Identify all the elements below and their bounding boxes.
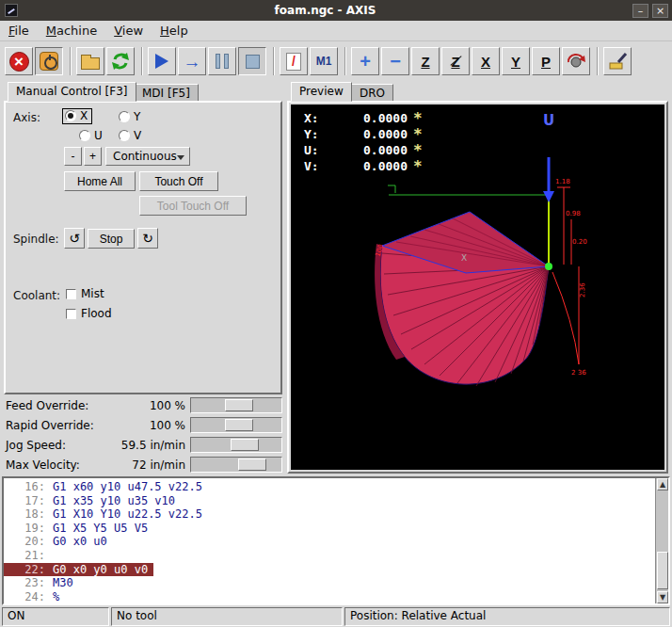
jog-minus-button[interactable]: -	[64, 147, 82, 166]
slider-handle[interactable]	[225, 399, 253, 411]
gcode-line[interactable]: 24:%	[4, 590, 65, 604]
open-file-button[interactable]	[76, 47, 104, 75]
spindle-ccw-button[interactable]: ↺	[64, 228, 85, 249]
position-mode-cell: Position: Relative Actual	[344, 607, 670, 626]
slider-handle[interactable]	[238, 458, 266, 471]
view-z-rotated-button[interactable]: Z	[441, 47, 470, 75]
scrollbar-thumb[interactable]	[657, 552, 668, 589]
axis-radio-v[interactable]: V	[119, 129, 141, 142]
dro-axis-value: 0.0000	[328, 143, 408, 157]
stop-program-button[interactable]	[238, 47, 266, 75]
menu-machine[interactable]: Machine	[38, 21, 105, 40]
preview-panel: U X 1.18 0.98 0.20 2 36 2.36 1	[287, 101, 668, 474]
pause-icon	[216, 54, 229, 69]
gcode-line[interactable]: 16:G1 x60 y10 u47.5 v22.5	[4, 480, 208, 494]
step-line-button[interactable]: →	[178, 47, 206, 75]
spindle-cw-button[interactable]: ↻	[137, 228, 158, 249]
skip-lines-icon: /	[286, 53, 301, 71]
overrides-panel: Feed Override: 100 % Rapid Override: 100…	[2, 396, 286, 476]
view-z-button[interactable]: Z	[411, 47, 440, 75]
view-p-button[interactable]: P	[532, 47, 560, 75]
gcode-line[interactable]: 18:G1 X10 Y10 u22.5 v22.5	[4, 507, 208, 522]
jog-speed-value: 59.5 in/min	[91, 439, 185, 452]
coolant-label: Coolant:	[13, 289, 60, 302]
optional-stop-button[interactable]: M1	[310, 47, 338, 75]
menubar: File Machine View Help	[0, 21, 672, 41]
stop-icon	[246, 55, 260, 69]
gcode-line[interactable]: 19:G1 X5 Y5 U5 V5	[4, 522, 153, 536]
zoom-in-icon: +	[360, 52, 371, 71]
axis-radio-x-label: X	[80, 109, 88, 122]
estop-button[interactable]: ×	[5, 47, 33, 75]
skip-lines-button[interactable]: /	[280, 47, 308, 75]
clear-plot-button[interactable]	[603, 47, 632, 75]
scroll-up-icon[interactable]: ▲	[657, 478, 668, 490]
touch-off-button[interactable]: Touch Off	[139, 171, 218, 191]
run-program-button[interactable]	[148, 47, 176, 75]
gcode-line[interactable]: 17:G1 x35 y10 u35 v10	[4, 494, 181, 508]
preview-canvas[interactable]: U X 1.18 0.98 0.20 2 36 2.36 1	[291, 104, 664, 470]
axis-logo-icon	[5, 4, 18, 17]
open-folder-icon	[81, 57, 100, 70]
jog-plus-button[interactable]: +	[84, 147, 102, 166]
rapid-override-slider[interactable]	[190, 417, 282, 433]
gcode-listing[interactable]: 16:G1 x60 y10 u47.5 v22.5 17:G1 x35 y10 …	[2, 476, 670, 605]
zoom-out-icon: −	[390, 52, 401, 71]
slider-handle[interactable]	[231, 439, 259, 451]
reload-icon	[110, 51, 131, 72]
slider-handle[interactable]	[225, 419, 253, 431]
gcode-line[interactable]: 21:	[4, 549, 58, 563]
axis-radio-y[interactable]: Y	[119, 110, 140, 123]
shade-button[interactable]: –	[632, 4, 648, 18]
max-velocity-value: 72 in/min	[91, 458, 185, 472]
gcode-line[interactable]: 23:M30	[4, 576, 79, 590]
rapid-override-label: Rapid Override:	[6, 419, 94, 432]
unhomed-icon: *	[413, 130, 423, 139]
reload-file-button[interactable]	[106, 47, 135, 75]
scroll-down-icon[interactable]: ▼	[657, 591, 668, 603]
feed-override-slider[interactable]	[190, 397, 282, 413]
rotate-view-button[interactable]	[562, 47, 590, 75]
axis-radio-u[interactable]: U	[79, 129, 103, 142]
close-button[interactable]: ×	[652, 4, 668, 18]
zoom-out-button[interactable]: −	[381, 47, 409, 75]
tab-manual-control[interactable]: Manual Control [F3]	[8, 82, 136, 102]
menu-file[interactable]: File	[0, 21, 38, 40]
machine-power-button[interactable]	[35, 47, 63, 75]
toolbar-separator	[344, 47, 346, 75]
zoom-in-button[interactable]: +	[351, 47, 379, 75]
spindle-ccw-icon: ↺	[69, 231, 80, 246]
power-icon	[40, 52, 58, 71]
jog-mode-select[interactable]: Continuous	[105, 147, 190, 166]
unhomed-icon: *	[413, 146, 423, 155]
gcode-line-active[interactable]: 22:G0 x0 y0 u0 v0	[4, 563, 153, 577]
spindle-cw-icon: ↻	[142, 231, 153, 246]
view-y-button[interactable]: Y	[502, 47, 530, 75]
gcode-line[interactable]: 20:G0 x0 u0	[4, 535, 113, 549]
tab-dro[interactable]: DRO	[351, 84, 393, 102]
spindle-stop-button[interactable]: Stop	[88, 229, 135, 249]
gcode-scrollbar[interactable]: ▲ ▼	[655, 478, 668, 603]
home-all-button[interactable]: Home All	[64, 171, 136, 191]
radio-indicator	[119, 130, 130, 141]
tab-preview[interactable]: Preview	[291, 82, 352, 102]
dimension-label: 2.36	[579, 282, 586, 297]
mist-checkbox[interactable]: Mist	[66, 287, 104, 300]
dro-axis-label: Y:	[304, 127, 328, 141]
jog-speed-slider[interactable]	[190, 437, 282, 453]
toolbar: × → /	[0, 41, 672, 81]
dro-axis-value: 0.0000	[328, 127, 408, 141]
view-x-button[interactable]: X	[472, 47, 500, 75]
menu-view[interactable]: View	[105, 21, 152, 40]
pause-program-button[interactable]	[208, 47, 236, 75]
flood-checkbox[interactable]: Flood	[66, 307, 112, 320]
menu-help[interactable]: Help	[152, 21, 197, 40]
feed-override-row: Feed Override: 100 %	[2, 396, 286, 415]
max-velocity-slider[interactable]	[190, 457, 282, 473]
checkbox-indicator	[66, 309, 76, 319]
tool-touch-off-button[interactable]: Tool Touch Off	[139, 196, 247, 216]
tab-mdi[interactable]: MDI [F5]	[134, 84, 199, 102]
radio-indicator	[119, 111, 130, 122]
axis-radio-x[interactable]: X	[62, 108, 92, 124]
dimension-label: 0.98	[566, 210, 581, 217]
